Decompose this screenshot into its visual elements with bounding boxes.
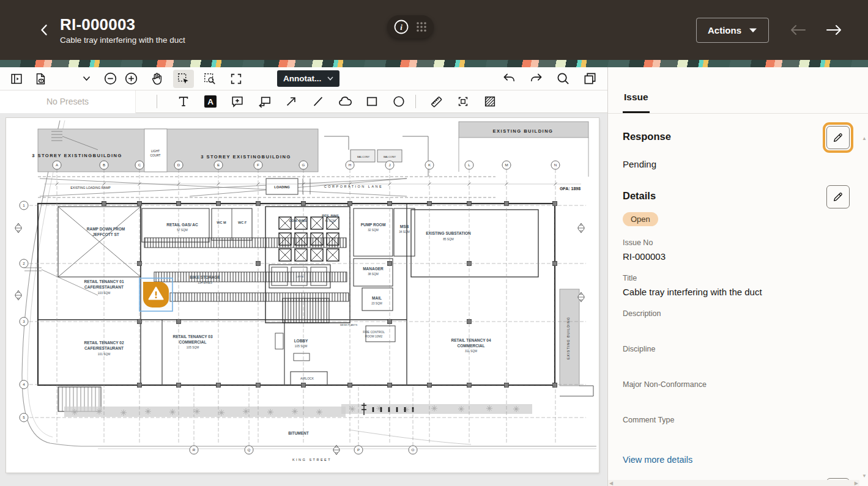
- back-button[interactable]: [32, 18, 56, 42]
- arrow-right-icon: [826, 24, 842, 35]
- panel-horizontal-scrollbar[interactable]: ◀▶: [608, 480, 859, 486]
- select-tool-button[interactable]: [173, 70, 194, 88]
- page-title: RI-000003: [60, 15, 185, 34]
- field-label: Description: [623, 309, 850, 318]
- undo-icon: [502, 72, 516, 86]
- svg-text:23 SQM: 23 SQM: [371, 302, 382, 305]
- arrow-tool-button[interactable]: [281, 92, 302, 111]
- cloud-tool-button[interactable]: [335, 92, 355, 111]
- issue-panel: Issue Response Pending Details: [607, 67, 868, 486]
- svg-text:EXISTING BUILDING: EXISTING BUILDING: [493, 128, 554, 134]
- scroll-right-arrow[interactable]: ▶: [855, 480, 858, 486]
- measure-tool-button[interactable]: [426, 92, 447, 111]
- pages-compare-icon: [583, 72, 597, 86]
- zoom-in-button[interactable]: [121, 70, 141, 88]
- svg-text:CORPORATION LANE: CORPORATION LANE: [324, 185, 383, 188]
- scroll-down-arrow[interactable]: ▼: [862, 473, 867, 479]
- page-preview-icon: [34, 72, 47, 86]
- panel-toggle-icon: [10, 72, 23, 86]
- zoom-out-button[interactable]: [100, 70, 121, 88]
- prev-issue-button[interactable]: [790, 24, 806, 35]
- svg-text:MAIL: MAIL: [372, 296, 382, 300]
- svg-text:JEFFCOTT ST: JEFFCOTT ST: [92, 232, 119, 237]
- circle-tool-button[interactable]: [388, 92, 409, 111]
- page-preview-button[interactable]: [30, 70, 51, 88]
- issue-marker-annotation[interactable]: [139, 278, 172, 311]
- svg-text:O: O: [412, 447, 415, 452]
- svg-text:1: 1: [23, 203, 25, 207]
- note-plus-icon: [231, 95, 244, 108]
- stamp-tool-button[interactable]: [453, 92, 473, 111]
- svg-text:40 SQM: 40 SQM: [325, 219, 336, 223]
- svg-text:3 STOREY EXISTINGBUILDING: 3 STOREY EXISTINGBUILDING: [201, 154, 291, 160]
- edit-details-button[interactable]: [826, 185, 850, 208]
- field-label: Comment Type: [623, 416, 850, 424]
- svg-text:G: G: [302, 163, 305, 167]
- view-more-details-link[interactable]: View more details: [623, 455, 692, 465]
- header-titles: RI-000003 Cable tray interfering with th…: [60, 15, 185, 45]
- stamp-frame-icon: [456, 95, 470, 108]
- main-area: Annotat... No Presets A: [0, 67, 868, 486]
- scroll-up-arrow[interactable]: ▲: [862, 136, 867, 141]
- drawing-canvas[interactable]: ABCDEFGHJKLMN12345RQPO 3 STOREY EXISTING…: [0, 113, 607, 486]
- svg-text:2: 2: [23, 261, 25, 265]
- rectangle-icon: [365, 95, 379, 108]
- callout-tool-button[interactable]: [254, 92, 275, 111]
- svg-text:103 SQM: 103 SQM: [98, 292, 110, 295]
- svg-text:MANAGER: MANAGER: [363, 267, 384, 271]
- page-select-dropdown[interactable]: [79, 70, 94, 88]
- svg-text:LIFTS: LIFTS: [296, 275, 303, 278]
- hatch-tool-button[interactable]: [480, 92, 500, 111]
- zoom-out-icon: [103, 72, 117, 86]
- compare-pages-button[interactable]: [579, 70, 600, 88]
- pan-tool-button[interactable]: [146, 70, 167, 88]
- svg-text:3 STOREY EXISTINGBUILDING: 3 STOREY EXISTINGBUILDING: [32, 153, 122, 158]
- edit-response-button[interactable]: [826, 126, 850, 149]
- fullscreen-icon: [229, 72, 243, 86]
- drawing-page[interactable]: ABCDEFGHJKLMN12345RQPO 3 STOREY EXISTING…: [6, 118, 599, 473]
- panel-vertical-scrollbar[interactable]: ▲▼: [861, 134, 868, 480]
- undo-button[interactable]: [499, 70, 519, 88]
- select-marquee-icon: [177, 72, 190, 86]
- svg-text:105 SQM: 105 SQM: [187, 346, 199, 349]
- line-icon: [311, 95, 325, 108]
- svg-text:KING STREET: KING STREET: [292, 458, 332, 462]
- header-actions: Actions: [696, 18, 842, 43]
- svg-text:3: 3: [23, 319, 25, 323]
- text-tool-button[interactable]: [173, 92, 194, 111]
- line-tool-button[interactable]: [308, 92, 328, 111]
- detail-field: Comment Type: [623, 416, 850, 443]
- svg-text:ROOM 10M2: ROOM 10M2: [365, 335, 383, 338]
- svg-text:M: M: [505, 163, 508, 167]
- svg-text:85 SQM: 85 SQM: [443, 238, 454, 241]
- annotate-mode-dropdown[interactable]: Annotat...: [277, 70, 339, 87]
- search-icon: [556, 72, 570, 86]
- svg-text:WC M: WC M: [217, 221, 226, 224]
- chevron-left-icon: [39, 23, 50, 37]
- rectangle-tool-button[interactable]: [362, 92, 382, 111]
- presets-select[interactable]: No Presets: [0, 90, 136, 113]
- highlight-text-tool-button[interactable]: A: [200, 92, 221, 111]
- search-button[interactable]: [552, 70, 573, 88]
- scroll-left-arrow[interactable]: ◀: [609, 480, 613, 486]
- svg-text:EXISTING BUILDING: EXISTING BUILDING: [566, 317, 570, 359]
- toggle-sidebar-button[interactable]: [6, 70, 27, 88]
- pencil-icon: [832, 131, 844, 144]
- tab-issue[interactable]: Issue: [623, 92, 650, 113]
- detail-field: Title Cable tray interfering with the du…: [623, 274, 850, 301]
- svg-text:COM. BINS: COM. BINS: [289, 219, 306, 223]
- actions-button[interactable]: Actions: [696, 18, 769, 43]
- note-tool-button[interactable]: [227, 92, 248, 111]
- redo-button[interactable]: [525, 70, 546, 88]
- apps-grid-button[interactable]: [415, 20, 428, 34]
- svg-text:MESH PLANTS: MESH PLANTS: [340, 323, 358, 326]
- svg-text:RETAIL TENANCY 03: RETAIL TENANCY 03: [172, 334, 212, 339]
- svg-text:RETAIL TENANCY 04: RETAIL TENANCY 04: [451, 338, 491, 342]
- svg-text:LOBBY: LOBBY: [294, 339, 308, 343]
- marquee-zoom-button[interactable]: [199, 70, 220, 88]
- fit-screen-button[interactable]: [226, 70, 247, 88]
- viewer-toolbar: Annotat...: [0, 67, 607, 90]
- info-button[interactable]: i: [393, 18, 410, 35]
- svg-text:RETAIL TENANCY 02: RETAIL TENANCY 02: [84, 341, 124, 345]
- next-issue-button[interactable]: [826, 24, 842, 35]
